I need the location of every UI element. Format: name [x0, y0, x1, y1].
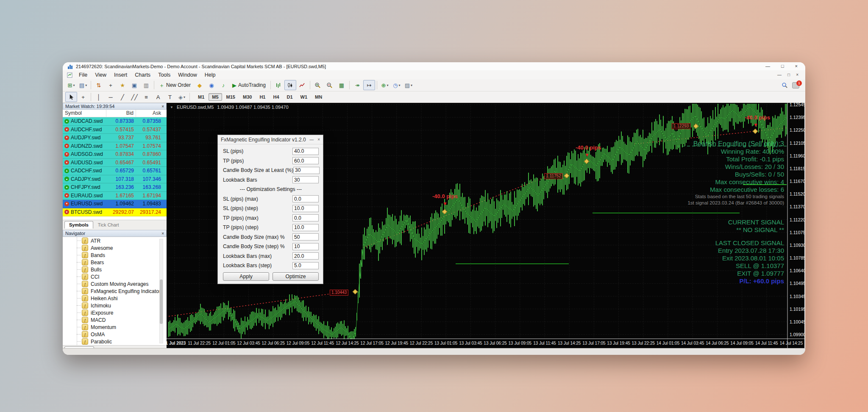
metaeditor-button[interactable]: ◆	[194, 80, 206, 90]
search-icon[interactable]	[782, 82, 788, 88]
market-watch-close-icon[interactable]: ×	[161, 104, 164, 109]
sound-button[interactable]: ♪	[217, 80, 229, 90]
child-close-button[interactable]: ×	[796, 72, 798, 77]
channel-tool-button[interactable]: ╱╱	[128, 92, 140, 102]
market-watch-row[interactable]: ▲AUDCAD.swd0.873380.87358	[63, 117, 167, 126]
timeframe-w1[interactable]: W1	[297, 93, 311, 101]
text-tool-button[interactable]: A	[152, 92, 164, 102]
field-input-lookback-bars-max-[interactable]	[292, 252, 319, 260]
column-header-ask[interactable]: Ask	[136, 110, 163, 117]
timeframe-m15[interactable]: M15	[223, 93, 239, 101]
menu-charts[interactable]: Charts	[131, 71, 154, 79]
timeframe-h1[interactable]: H1	[256, 93, 269, 101]
timeframe-m5[interactable]: M5	[209, 93, 222, 101]
title-bar[interactable]: 2146972620: ScandinavianMarkets-Demo - D…	[63, 62, 805, 70]
menu-insert[interactable]: Insert	[110, 71, 131, 79]
navigator-item-momentum[interactable]: ƒMomentum	[63, 324, 167, 331]
timeframe-m30[interactable]: M30	[239, 93, 255, 101]
navigator-item-custom-moving-averages[interactable]: ƒCustom Moving Averages	[63, 280, 167, 288]
timeframe-h4[interactable]: H4	[270, 93, 282, 101]
navigator-item-bears[interactable]: ƒBears	[63, 259, 167, 266]
field-input-lookback-bars-step-[interactable]	[292, 262, 319, 269]
navigator-item-heiken-ashi[interactable]: ƒHeiken Ashi	[63, 295, 167, 302]
shapes-tool-button[interactable]: ◈▾	[176, 92, 188, 102]
new-order-button[interactable]: ＋New Order	[156, 80, 194, 90]
templates-button[interactable]: ▨▾	[403, 80, 415, 90]
label-tool-button[interactable]: T	[164, 92, 176, 102]
navigator-item-parabolic[interactable]: ƒParabolic	[63, 338, 167, 345]
timeframe-d1[interactable]: D1	[284, 93, 296, 101]
market-watch-row[interactable]: ▲CHFJPY.swd163.236163.268	[63, 183, 167, 192]
navigator-button[interactable]: ★	[117, 80, 128, 90]
maximize-button[interactable]: □	[781, 62, 784, 70]
tab-symbols[interactable]: Symbols	[64, 221, 93, 229]
field-input-candle-body-size-max-[interactable]	[292, 233, 319, 241]
collapse-arrow-icon[interactable]: ▼	[170, 105, 173, 109]
vertical-line-tool-button[interactable]: │	[93, 92, 105, 102]
field-input-tp-pips-[interactable]	[292, 157, 319, 164]
navigator-scrollbar[interactable]	[159, 239, 163, 343]
bar-chart-type-button[interactable]	[273, 80, 284, 90]
field-input-candle-body-size-step-[interactable]	[292, 243, 319, 250]
market-watch-titlebar[interactable]: Market Watch: 19:39:54 ×	[63, 103, 167, 110]
child-minimize-button[interactable]: —	[777, 72, 782, 77]
market-watch-row[interactable]: ▼AUDNZD.swd1.075471.07574	[63, 142, 167, 151]
indicators-button[interactable]: ⊕▾	[379, 80, 391, 90]
zoom-in-button[interactable]	[312, 80, 324, 90]
periods-button[interactable]: ◷▾	[391, 80, 403, 90]
zoom-out-button[interactable]	[324, 80, 336, 90]
auto-scroll-button[interactable]: ↠	[351, 80, 363, 90]
line-chart-type-button[interactable]	[296, 80, 308, 90]
scrollbar-thumb[interactable]	[160, 279, 163, 324]
timeframe-mn[interactable]: MN	[312, 93, 326, 101]
market-watch-row[interactable]: ▼BTCUSD.swd29292.0729317.24	[63, 208, 167, 217]
chart-shift-button[interactable]: ↦	[363, 80, 375, 90]
dialog-titlebar[interactable]: FxMagnetic Engulfing Indicator v1.2.0 — …	[218, 135, 323, 144]
market-watch-button[interactable]: ⇅	[93, 80, 105, 90]
profiles-button[interactable]: ▤▾	[77, 80, 89, 90]
tile-windows-button[interactable]: ▦	[336, 80, 348, 90]
crosshair-tool-button[interactable]: +	[77, 92, 89, 102]
field-input-tp-pips-step-[interactable]	[292, 224, 319, 231]
field-input-tp-pips-max-[interactable]	[292, 214, 319, 221]
market-watch-row[interactable]: ▼AUDCHF.swd0.574150.57437	[63, 126, 167, 134]
column-header-bid[interactable]: Bid	[106, 110, 136, 117]
close-button[interactable]: ×	[795, 62, 798, 70]
navigator-item-bulls[interactable]: ƒBulls	[63, 266, 167, 273]
new-chart-button[interactable]: ⊞▾	[65, 80, 77, 90]
field-input-sl-pips-[interactable]	[292, 148, 319, 155]
menu-tools[interactable]: Tools	[154, 71, 174, 79]
navigator-item-fxmagnetic-engulfing-indicator[interactable]: ƒFxMagnetic Engulfing Indicator	[63, 288, 167, 295]
terminal-button[interactable]: ▣	[128, 80, 140, 90]
tab-tick-chart[interactable]: Tick Chart	[93, 221, 124, 229]
optimize-button[interactable]: Optimize	[273, 272, 319, 281]
market-watch-row[interactable]: ▼AUDJPY.swd93.73793.761	[63, 134, 167, 142]
market-watch-row[interactable]: ▼EURUSD.swd1.094621.09483	[63, 200, 167, 208]
field-input-lookback-bars[interactable]	[292, 176, 319, 183]
menu-view[interactable]: View	[91, 71, 110, 79]
navigator-item-macd[interactable]: ƒMACD	[63, 316, 167, 324]
navigator-item-ichimoku[interactable]: ƒIchimoku	[63, 302, 167, 309]
navigator-item-awesome[interactable]: ƒAwesome	[63, 244, 167, 252]
menu-help[interactable]: Help	[201, 71, 220, 79]
column-header-symbol[interactable]: Symbol	[63, 110, 106, 117]
indicator-settings-dialog[interactable]: FxMagnetic Engulfing Indicator v1.2.0 — …	[217, 135, 323, 284]
field-input-sl-pips-max-[interactable]	[292, 195, 319, 202]
autotrading-button[interactable]: ▶AutoTrading	[229, 80, 269, 90]
minimize-button[interactable]: —	[765, 62, 770, 70]
market-watch-row[interactable]: ▼EURAUD.swd1.671651.67194	[63, 192, 167, 200]
market-watch-row[interactable]: ▼AUDSGD.swd0.878340.87860	[63, 150, 167, 159]
navigator-item-cci[interactable]: ƒCCI	[63, 273, 167, 280]
candlestick-chart-type-button[interactable]	[284, 80, 296, 90]
navigator-item-osma[interactable]: ƒOsMA	[63, 331, 167, 338]
notification-icon[interactable]: 1	[792, 82, 799, 88]
dialog-close-button[interactable]: ×	[317, 137, 320, 142]
trendline-tool-button[interactable]: ╱	[117, 92, 128, 102]
menu-window[interactable]: Window	[174, 71, 200, 79]
market-watch-row[interactable]: ▲CADCHF.swd0.657290.65761	[63, 167, 167, 175]
apply-button[interactable]: Apply	[223, 272, 269, 281]
dialog-minimize-button[interactable]: —	[309, 137, 314, 142]
child-restore-button[interactable]: □	[787, 72, 790, 77]
timeframe-m1[interactable]: M1	[195, 93, 208, 101]
navigator-titlebar[interactable]: Navigator ×	[63, 230, 167, 237]
